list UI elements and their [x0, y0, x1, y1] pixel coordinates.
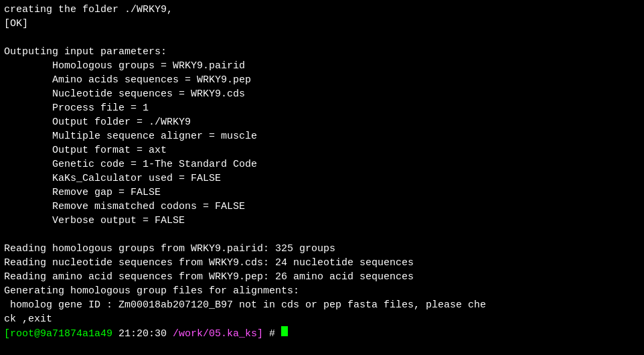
output-line-20: Reading amino acid sequences from WRKY9.…: [4, 270, 640, 284]
prompt-time: 21:20:30: [118, 327, 167, 341]
output-line-16: Verbose output = FALSE: [4, 214, 640, 228]
output-line-17: [4, 228, 640, 242]
output-line-21: Generating homologous group files for al…: [4, 284, 640, 298]
output-line-4: Outputing input parameters:: [4, 45, 640, 59]
output-line-1: creating the folder ./WRKY9,: [4, 3, 640, 17]
output-line-8: Process file = 1: [4, 101, 640, 115]
output-line-5: Homologous groups = WRKY9.pairid: [4, 59, 640, 73]
prompt-space2: [167, 327, 173, 341]
prompt-space1: [112, 327, 118, 341]
output-line-11: Output format = axt: [4, 143, 640, 157]
terminal: creating the folder ./WRKY9, [OK] Output…: [0, 0, 644, 355]
output-line-19: Reading nucleotide sequences from WRKY9.…: [4, 256, 640, 270]
output-line-12: Genetic code = 1-The Standard Code: [4, 157, 640, 171]
prompt-user-host: [root@9a71874a1a49: [4, 327, 112, 341]
output-line-10: Multiple sequence aligner = muscle: [4, 129, 640, 143]
output-line-2: [OK]: [4, 17, 640, 31]
output-line-13: KaKs_Calculator used = FALSE: [4, 171, 640, 186]
output-line-23: ck ,exit: [4, 312, 640, 326]
prompt-path: /work/05.ka_ks]: [173, 327, 263, 341]
output-line-3: [4, 31, 640, 45]
terminal-cursor: [281, 326, 288, 336]
output-line-18: Reading homologous groups from WRKY9.pai…: [4, 242, 640, 256]
output-line-14: Remove gap = FALSE: [4, 186, 640, 200]
output-line-7: Nucleotide sequences = WRKY9.cds: [4, 87, 640, 101]
output-line-15: Remove mismatched codons = FALSE: [4, 200, 640, 214]
output-line-9: Output folder = ./WRKY9: [4, 115, 640, 129]
output-line-22: homolog gene ID : Zm00018ab207120_B97 no…: [4, 298, 640, 312]
output-line-6: Amino acids sequences = WRKY9.pep: [4, 73, 640, 87]
prompt-symbol: #: [263, 327, 281, 341]
prompt-line[interactable]: [root@9a71874a1a49 21:20:30 /work/05.ka_…: [4, 326, 640, 341]
